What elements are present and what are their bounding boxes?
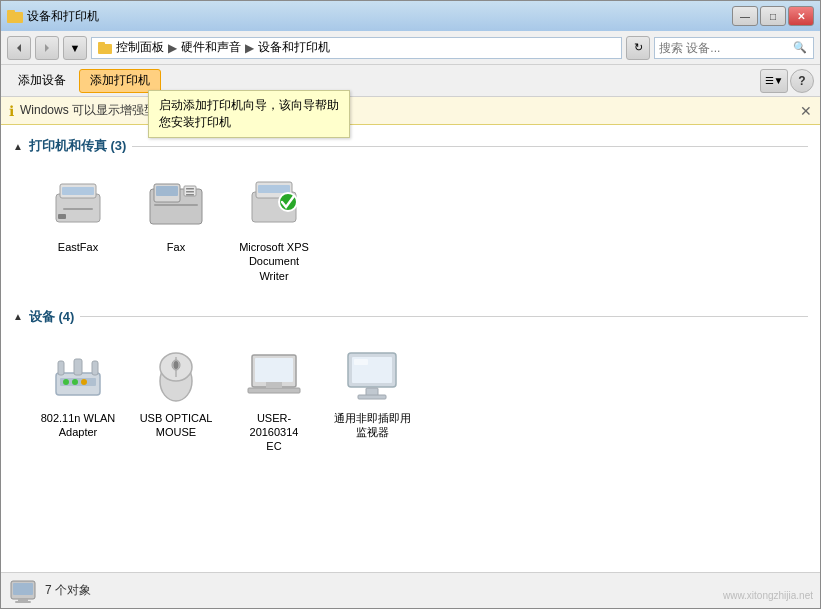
eastfax-icon	[46, 172, 110, 236]
svg-marker-3	[45, 44, 49, 52]
mouse-icon	[144, 343, 208, 407]
xps-label: Microsoft XPS Document Writer	[239, 240, 309, 283]
svg-rect-1	[7, 10, 15, 13]
printers-divider	[132, 146, 808, 147]
svg-rect-44	[358, 395, 386, 399]
address-path[interactable]: 控制面板 ▶ 硬件和声音 ▶ 设备和打印机	[91, 37, 622, 59]
main-window: 设备和打印机 — □ ✕ ▼ 控制面板 ▶ 硬件和声音 ▶ 设备和打印机 ↻	[0, 0, 821, 609]
devices-divider	[80, 316, 808, 317]
eastfax-label: EastFax	[58, 240, 98, 254]
printers-section-header: ▲ 打印机和传真 (3)	[13, 137, 808, 155]
info-icon: ℹ	[9, 103, 14, 119]
svg-rect-9	[63, 208, 93, 210]
svg-rect-8	[62, 187, 94, 195]
minimize-button[interactable]: —	[732, 6, 758, 26]
svg-rect-29	[58, 361, 64, 375]
info-close-button[interactable]: ✕	[800, 103, 812, 119]
svg-marker-2	[17, 44, 21, 52]
fax-label: Fax	[167, 240, 185, 254]
svg-point-27	[81, 379, 87, 385]
search-input[interactable]	[659, 41, 789, 55]
add-device-button[interactable]: 添加设备	[7, 69, 77, 93]
fax-icon	[144, 172, 208, 236]
list-item[interactable]: Microsoft XPS Document Writer	[229, 163, 319, 292]
path-segment-3[interactable]: 设备和打印机	[258, 39, 330, 56]
list-item[interactable]: EastFax	[33, 163, 123, 292]
printers-collapse-arrow[interactable]: ▲	[13, 141, 23, 152]
refresh-button[interactable]: ↻	[626, 36, 650, 60]
svg-rect-28	[74, 359, 82, 375]
main-content: ▲ 打印机和传真 (3) EastFax	[1, 125, 820, 572]
status-bar: 7 个对象	[1, 572, 820, 608]
svg-rect-0	[7, 12, 23, 23]
wlan-label: 802.11n WLAN Adapter	[41, 411, 116, 440]
list-item[interactable]: USB OPTICAL MOUSE	[131, 334, 221, 463]
computer-label: USER-20160314 EC	[234, 411, 314, 454]
devices-grid: 802.11n WLAN Adapter USB OPTICAL MOUSE	[13, 334, 808, 463]
svg-rect-42	[354, 359, 368, 365]
search-box: 🔍	[654, 37, 814, 59]
list-item[interactable]: USER-20160314 EC	[229, 334, 319, 463]
title-bar: 设备和打印机 — □ ✕	[1, 1, 820, 31]
maximize-button[interactable]: □	[760, 6, 786, 26]
printers-section-title: 打印机和传真 (3)	[29, 137, 127, 155]
svg-rect-21	[258, 185, 290, 193]
svg-rect-39	[266, 382, 282, 388]
forward-button[interactable]	[35, 36, 59, 60]
address-bar: ▼ 控制面板 ▶ 硬件和声音 ▶ 设备和打印机 ↻ 🔍	[1, 31, 820, 65]
svg-rect-10	[58, 214, 66, 219]
computer-icon	[242, 343, 306, 407]
svg-rect-30	[92, 361, 98, 375]
svg-rect-16	[186, 191, 194, 193]
devices-section-title: 设备 (4)	[29, 308, 75, 326]
mouse-label: USB OPTICAL MOUSE	[140, 411, 213, 440]
add-printer-button[interactable]: 添加打印机	[79, 69, 161, 93]
tooltip-line1: 启动添加打印机向导，该向导帮助	[159, 97, 339, 114]
svg-point-25	[63, 379, 69, 385]
toolbar: 添加设备 添加打印机 ☰▼ ?	[1, 65, 820, 97]
recent-button[interactable]: ▼	[63, 36, 87, 60]
folder-icon	[98, 41, 112, 55]
back-button[interactable]	[7, 36, 31, 60]
watermark: www.xitongzhijia.net	[723, 590, 813, 601]
router-icon	[46, 343, 110, 407]
xps-icon	[242, 172, 306, 236]
monitor-icon	[340, 343, 404, 407]
printers-grid: EastFax Fax	[13, 163, 808, 292]
svg-rect-13	[156, 186, 178, 196]
tooltip-line2: 您安装打印机	[159, 114, 339, 131]
svg-point-26	[72, 379, 78, 385]
help-button[interactable]: ?	[790, 69, 814, 93]
devices-section-header: ▲ 设备 (4)	[13, 308, 808, 326]
window-icon	[7, 8, 23, 24]
status-icon	[9, 577, 37, 605]
svg-rect-5	[98, 42, 105, 45]
svg-rect-17	[186, 194, 194, 196]
svg-rect-15	[186, 188, 194, 190]
svg-point-35	[174, 361, 179, 369]
tooltip-box: 启动添加打印机向导，该向导帮助 您安装打印机	[148, 90, 350, 138]
svg-rect-46	[13, 583, 33, 595]
title-bar-title: 设备和打印机	[27, 8, 99, 25]
svg-rect-37	[255, 358, 293, 382]
monitor-label: 通用非即插即用 监视器	[334, 411, 411, 440]
search-icon[interactable]: 🔍	[793, 41, 807, 54]
info-bar: ℹ Windows 可以显示增强型设 进行更改... ✕	[1, 97, 820, 125]
list-item[interactable]: 通用非即插即用 监视器	[327, 334, 417, 463]
devices-collapse-arrow[interactable]: ▲	[13, 311, 23, 322]
info-text: Windows 可以显示增强型设 进行更改...	[20, 102, 794, 119]
svg-rect-48	[15, 601, 31, 603]
path-segment-1[interactable]: 控制面板	[116, 39, 164, 56]
path-segment-2[interactable]: 硬件和声音	[181, 39, 241, 56]
close-button[interactable]: ✕	[788, 6, 814, 26]
title-bar-controls: — □ ✕	[732, 6, 814, 26]
status-text: 7 个对象	[45, 582, 91, 599]
list-item[interactable]: Fax	[131, 163, 221, 292]
svg-rect-38	[248, 388, 300, 393]
view-button[interactable]: ☰▼	[760, 69, 788, 93]
title-bar-left: 设备和打印机	[7, 8, 99, 25]
svg-rect-4	[98, 44, 112, 54]
svg-rect-18	[154, 204, 198, 206]
list-item[interactable]: 802.11n WLAN Adapter	[33, 334, 123, 463]
